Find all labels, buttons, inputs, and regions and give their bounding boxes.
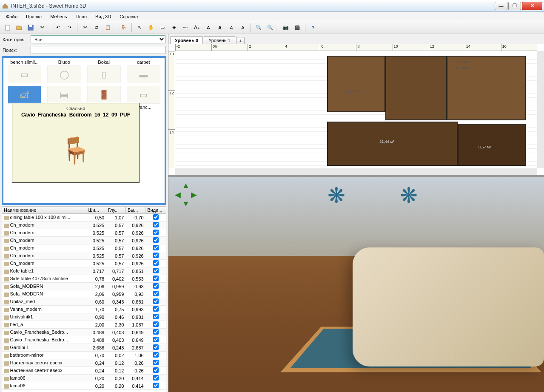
visible-checkbox[interactable]	[153, 291, 159, 296]
table-row[interactable]: lamp060,200,200,414	[2, 382, 166, 390]
scrollbar-vertical[interactable]	[537, 51, 544, 168]
save-icon[interactable]	[26, 23, 36, 33]
table-row[interactable]: Unitaz_med0,600,3430,681	[2, 298, 166, 306]
menu-edit[interactable]: Правка	[23, 13, 45, 20]
visible-checkbox[interactable]	[153, 214, 159, 220]
create-polylines-icon[interactable]: 〰	[180, 23, 191, 33]
scrollbar-horizontal[interactable]	[175, 168, 537, 175]
plan-canvas[interactable]: -20м246810121416 101214 14,87 м² Гостина…	[168, 44, 544, 175]
table-row[interactable]: Настенная светит вверх0,240,120,26	[2, 359, 166, 367]
help-icon[interactable]: ?	[308, 23, 318, 33]
table-row[interactable]: Umivalnik10,900,460,981	[2, 313, 166, 321]
minimize-button[interactable]: ―	[495, 2, 507, 10]
menu-furniture[interactable]: Мебель	[47, 13, 70, 20]
nav-left-icon[interactable]: ◀	[174, 190, 182, 199]
furniture-catalog[interactable]: bench slimli...▭ Bludo◯ Bokal▯ carpet▬ 🛋…	[2, 56, 166, 205]
table-row[interactable]: bed_a2,002,301,087	[2, 321, 166, 329]
tab-level0[interactable]: Уровень 0	[170, 36, 203, 44]
zoom-in-icon[interactable]: 🔍	[253, 23, 264, 33]
table-row[interactable]: Ch_modern0,5250,570,926	[2, 244, 166, 252]
select-icon[interactable]: ↖	[134, 23, 145, 33]
visible-checkbox[interactable]	[153, 360, 159, 365]
table-row[interactable]: Ch_modern0,5250,570,926	[2, 252, 166, 260]
visible-checkbox[interactable]	[153, 352, 159, 358]
search-input[interactable]	[31, 46, 165, 54]
paste-icon[interactable]: 📋	[103, 23, 113, 33]
zoom-out-icon[interactable]: 🔍	[265, 23, 275, 33]
preferences-icon[interactable]: ✂	[37, 23, 47, 33]
table-row[interactable]: Ch_modern0,5250,570,926	[2, 229, 166, 237]
visible-checkbox[interactable]	[153, 283, 159, 289]
text-italic-icon[interactable]: A	[226, 23, 236, 33]
table-row[interactable]: dining table 100 x 100 slimi...0,501,070…	[2, 214, 166, 222]
cut-icon[interactable]: ✂	[80, 23, 90, 33]
table-row[interactable]: Ch_modern0,5250,570,926	[2, 260, 166, 267]
tab-level1[interactable]: Уровень 1	[204, 36, 235, 44]
visible-checkbox[interactable]	[153, 344, 159, 350]
table-row[interactable]: Ch_modern0,5250,570,926	[2, 222, 166, 229]
create-dimensions-icon[interactable]: A₊	[192, 23, 202, 33]
visible-checkbox[interactable]	[153, 314, 159, 319]
menu-help[interactable]: Справка	[116, 13, 141, 20]
new-icon[interactable]	[3, 23, 13, 33]
menu-view3d[interactable]: Вид 3D	[92, 13, 114, 20]
copy-icon[interactable]: ⧉	[91, 23, 102, 33]
add-furniture-icon[interactable]: 🪑	[119, 23, 129, 33]
maximize-button[interactable]: ❐	[508, 2, 521, 10]
table-row[interactable]: Cavio_Francheska_Bedro...0,4880,4030,649	[2, 336, 166, 344]
create-walls-icon[interactable]: ▭	[157, 23, 168, 33]
create-rooms-icon[interactable]: ◈	[169, 23, 179, 33]
table-row[interactable]: Ch_modern0,5250,570,926	[2, 237, 166, 244]
increase-text-icon[interactable]: A	[238, 23, 248, 33]
furniture-table[interactable]: Наименование Ши... Глу... Вы... Види... …	[2, 206, 166, 392]
col-depth[interactable]: Глу...	[106, 207, 125, 214]
visible-checkbox[interactable]	[153, 260, 159, 266]
pan-icon[interactable]: ✋	[146, 23, 156, 33]
visible-checkbox[interactable]	[153, 306, 159, 312]
table-row[interactable]: Kofe table10,7170,7170,851	[2, 267, 166, 275]
visible-checkbox[interactable]	[153, 321, 159, 327]
visible-checkbox[interactable]	[153, 268, 159, 273]
visible-checkbox[interactable]	[153, 237, 159, 243]
create-text-icon[interactable]: A	[203, 23, 214, 33]
undo-icon[interactable]: ↶	[53, 23, 63, 33]
open-icon[interactable]	[14, 23, 24, 33]
tab-add-level[interactable]: +	[236, 37, 245, 44]
visible-checkbox[interactable]	[153, 367, 159, 373]
col-visible[interactable]: Види...	[145, 207, 166, 214]
nav-right-icon[interactable]: ▶	[190, 190, 198, 199]
video-icon[interactable]: 🎬	[292, 23, 302, 33]
menu-plan[interactable]: План	[72, 13, 91, 20]
close-button[interactable]: ✕	[522, 2, 542, 10]
visible-checkbox[interactable]	[153, 329, 159, 335]
table-row[interactable]: Sofa_MODERN2,060,9590,93	[2, 290, 166, 298]
table-row[interactable]: Side table 40x78cm slimline0,780,4020,55…	[2, 275, 166, 283]
view-3d[interactable]: ❋ ❋ ▲ ◀▶ ▼	[168, 177, 544, 392]
visible-checkbox[interactable]	[153, 375, 159, 381]
3d-nav-compass[interactable]: ▲ ◀▶ ▼	[174, 181, 198, 206]
table-row[interactable]: Gardini 12,6880,2432,687	[2, 344, 166, 352]
table-row[interactable]: Cavio_Francheska_Bedro...0,4880,4030,649	[2, 329, 166, 336]
table-row[interactable]: Настенная светит вверх0,240,120,26	[2, 367, 166, 375]
visible-checkbox[interactable]	[153, 298, 159, 304]
visible-checkbox[interactable]	[153, 222, 159, 227]
visible-checkbox[interactable]	[153, 276, 159, 281]
photo-icon[interactable]: 📷	[281, 23, 291, 33]
col-height[interactable]: Вы...	[125, 207, 145, 214]
visible-checkbox[interactable]	[153, 230, 159, 235]
floor-plan[interactable]: 14,87 м² Гостиная 42,04 м² 21,44 м² 8,57…	[175, 51, 537, 168]
table-row[interactable]: Sofa_MODERN2,060,9590,93	[2, 283, 166, 290]
redo-icon[interactable]: ↷	[64, 23, 74, 33]
visible-checkbox[interactable]	[153, 337, 159, 342]
nav-down-icon[interactable]: ▼	[182, 199, 190, 208]
table-row[interactable]: bathroom-mirror0,700,021,06	[2, 352, 166, 359]
category-select[interactable]: Все	[31, 35, 165, 43]
nav-up-icon[interactable]: ▲	[182, 181, 190, 190]
col-width[interactable]: Ши...	[86, 207, 106, 214]
text-bold-icon[interactable]: A	[215, 23, 225, 33]
visible-checkbox[interactable]	[153, 245, 159, 250]
col-name[interactable]: Наименование	[2, 207, 86, 214]
table-row[interactable]: lamp060,200,200,414	[2, 375, 166, 382]
table-row[interactable]: Vanna_modern1,700,750,993	[2, 306, 166, 313]
visible-checkbox[interactable]	[153, 383, 159, 388]
